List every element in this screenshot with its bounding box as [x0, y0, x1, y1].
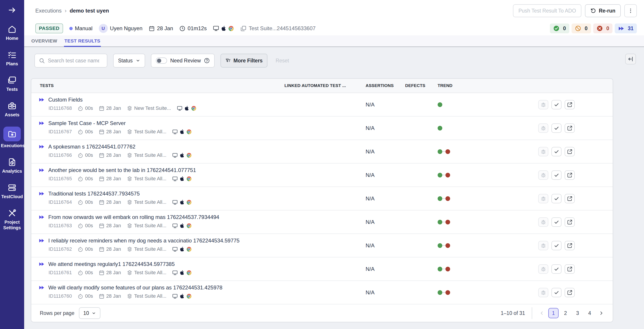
table-row[interactable]: A spokesman s 1762244541.077762 ID111676… — [31, 140, 613, 164]
search-input[interactable] — [48, 58, 99, 64]
bug-report-button[interactable] — [538, 100, 548, 109]
table-body: Custom Fields ID1116768 00s 28 Jan New T… — [31, 93, 613, 304]
bug-report-button[interactable] — [538, 264, 548, 274]
open-detail-button[interactable] — [564, 218, 575, 227]
mark-status-button[interactable] — [552, 194, 562, 203]
bug-report-button[interactable] — [538, 194, 548, 203]
suite-copy-icon — [240, 26, 246, 32]
search-box[interactable] — [34, 54, 107, 68]
calendar-icon — [99, 223, 104, 228]
page-button-3[interactable]: 3 — [572, 308, 583, 318]
test-name[interactable]: We attend meetings regularly1 1762244534… — [48, 261, 175, 267]
calendar-icon — [99, 129, 104, 135]
page-header: Executions › demo test uyen Push Test Re… — [24, 0, 644, 35]
sidebar-item-tests[interactable]: Tests — [0, 76, 24, 92]
mark-status-button[interactable] — [552, 100, 562, 109]
test-name[interactable]: Custom Fields — [48, 96, 82, 103]
sidebar-expand-button[interactable] — [8, 6, 16, 14]
test-id: ID1116766 — [48, 152, 72, 158]
test-duration: 00s — [85, 270, 93, 276]
bug-report-button[interactable] — [538, 218, 548, 227]
more-actions-button[interactable] — [624, 4, 637, 17]
test-suite: Test Suite All... — [134, 152, 166, 158]
timer-icon — [78, 223, 83, 228]
status-filter-select[interactable]: Status — [113, 54, 145, 68]
test-name[interactable]: A spokesman s 1762244541.077762 — [48, 144, 136, 150]
check-icon — [554, 266, 560, 272]
external-link-icon — [567, 196, 573, 202]
rerun-button[interactable]: Re-run — [585, 4, 621, 17]
open-detail-button[interactable] — [564, 147, 575, 156]
mark-status-button[interactable] — [552, 288, 562, 297]
open-detail-button[interactable] — [564, 100, 575, 109]
tab-test-results[interactable]: TEST RESULTS — [64, 35, 101, 46]
table-row[interactable]: Another piece would be sent to the lab i… — [31, 164, 613, 187]
page-button-4[interactable]: 4 — [584, 308, 595, 318]
mark-status-button[interactable] — [552, 124, 562, 133]
sidebar-item-assets[interactable]: Assets — [0, 101, 24, 118]
collapse-panel-button[interactable] — [625, 54, 636, 64]
avatar: U — [99, 24, 108, 33]
page-button-2[interactable]: 2 — [560, 308, 571, 318]
more-filters-button[interactable]: More Filters — [220, 54, 268, 68]
test-duration: 00s — [85, 246, 93, 252]
rows-per-page-select[interactable]: 10 — [79, 307, 100, 319]
sidebar-item-home[interactable]: Home — [0, 24, 24, 41]
clock-icon — [179, 26, 185, 32]
bug-report-button[interactable] — [538, 124, 548, 133]
test-name[interactable]: Sample Test Case - MCP Server — [48, 120, 126, 126]
execution-duration: 01m12s — [179, 25, 206, 32]
test-name[interactable]: I reliably receive reminders when my dog… — [48, 238, 240, 244]
sidebar-item-label: Analytics — [2, 168, 22, 174]
tab-overview[interactable]: OVERVIEW — [31, 35, 58, 46]
open-detail-button[interactable] — [564, 194, 575, 203]
timer-icon — [78, 200, 83, 205]
test-date: 28 Jan — [106, 223, 121, 228]
blocked-count: 0 — [572, 24, 591, 33]
open-detail-button[interactable] — [564, 124, 575, 133]
mark-status-button[interactable] — [552, 147, 562, 156]
sidebar-item-testcloud[interactable]: TestCloud — [0, 183, 24, 200]
mark-status-button[interactable] — [552, 264, 562, 274]
bug-report-button[interactable] — [538, 241, 548, 250]
mark-status-button[interactable] — [552, 218, 562, 227]
test-name[interactable]: Traditional tests 1762244537.7934575 — [48, 190, 140, 197]
table-row[interactable]: Traditional tests 1762244537.7934575 ID1… — [31, 187, 613, 210]
breadcrumb-executions-link[interactable]: Executions — [35, 8, 62, 14]
previous-page-button[interactable] — [537, 308, 546, 318]
mark-status-button[interactable] — [552, 170, 562, 180]
open-detail-button[interactable] — [564, 170, 575, 180]
test-name[interactable]: Another piece would be sent to the lab i… — [48, 167, 196, 173]
need-review-toggle[interactable] — [156, 58, 167, 64]
bug-report-button[interactable] — [538, 170, 548, 180]
reset-filters-button[interactable]: Reset — [276, 58, 289, 64]
table-row[interactable]: We will clearly modify some features of … — [31, 281, 613, 304]
bug-report-button[interactable] — [538, 288, 548, 297]
open-detail-button[interactable] — [564, 264, 575, 274]
sidebar-item-project-settings[interactable]: Project Settings — [0, 208, 24, 230]
check-icon — [554, 196, 560, 202]
sidebar-item-executions[interactable]: Executions — [0, 126, 24, 148]
sidebar-item-plans[interactable]: Plans — [0, 50, 24, 67]
table-row[interactable]: We attend meetings regularly1 1762244534… — [31, 258, 613, 281]
trend-dot-failed — [446, 290, 450, 295]
push-ado-button[interactable]: Push Test Result To ADO — [513, 4, 581, 17]
tab-bar: OVERVIEW TEST RESULTS — [24, 35, 644, 47]
table-row[interactable]: I reliably receive reminders when my dog… — [31, 234, 613, 258]
table-row[interactable]: Sample Test Case - MCP Server ID1116767 … — [31, 116, 613, 140]
mark-status-button[interactable] — [552, 241, 562, 250]
test-name[interactable]: From now onwards we will embark on rolli… — [48, 214, 219, 220]
test-name[interactable]: We will clearly modify some features of … — [48, 284, 222, 291]
desktop-icon — [213, 25, 219, 32]
page-button-1[interactable]: 1 — [548, 308, 558, 318]
sidebar-item-analytics[interactable]: Analytics — [0, 158, 24, 174]
next-page-button[interactable] — [596, 308, 606, 318]
table-row[interactable]: From now onwards we will embark on rolli… — [31, 210, 613, 234]
open-detail-button[interactable] — [564, 241, 575, 250]
help-circle-icon[interactable] — [204, 58, 210, 64]
open-detail-button[interactable] — [564, 288, 575, 297]
table-row[interactable]: Custom Fields ID1116768 00s 28 Jan New T… — [31, 93, 613, 116]
bug-report-button[interactable] — [538, 147, 548, 156]
executor-name: Uyen Nguyen — [110, 25, 142, 32]
external-link-icon — [567, 102, 573, 108]
